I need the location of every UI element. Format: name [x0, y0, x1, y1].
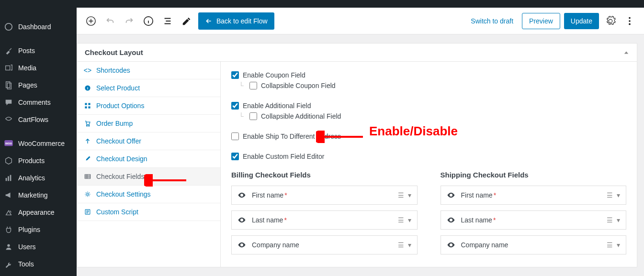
pin-icon — [4, 46, 13, 55]
panel-subnav: <>Shortcodes iSelect Product Product Opt… — [77, 62, 221, 267]
code-icon: <> — [84, 66, 91, 74]
chevron-down-icon[interactable]: ▾ — [408, 216, 411, 224]
svg-point-37 — [450, 195, 452, 196]
sidebar-item-woocommerce[interactable]: woo WooCommerce — [0, 135, 77, 152]
chevron-down-icon[interactable]: ▾ — [617, 216, 620, 224]
update-button[interactable]: Update — [564, 13, 599, 29]
eye-icon — [237, 191, 246, 199]
svg-point-34 — [241, 195, 243, 196]
enable-ship-diff-row: Enable Ship To Different Address — [231, 132, 626, 140]
menu-icon[interactable]: ☰ — [607, 216, 613, 224]
sidebar-label: Plugins — [18, 226, 40, 233]
subnav-product-options[interactable]: Product Options — [77, 97, 220, 115]
svg-point-9 — [7, 244, 10, 247]
enable-custom-editor-checkbox[interactable] — [231, 153, 239, 160]
svg-point-38 — [450, 220, 452, 221]
sidebar-item-pages[interactable]: Pages — [0, 77, 77, 94]
sidebar-label: Comments — [18, 99, 51, 106]
subnav-shortcodes[interactable]: <>Shortcodes — [77, 62, 220, 79]
cart-icon — [84, 120, 91, 127]
collapse-icon[interactable] — [623, 50, 629, 55]
enable-ship-diff-checkbox[interactable] — [231, 132, 239, 140]
sidebar-item-settings[interactable]: Settings — [0, 273, 77, 276]
outline-button[interactable] — [160, 13, 175, 29]
chevron-down-icon[interactable]: ▾ — [408, 191, 411, 199]
sidebar-item-cartflows[interactable]: CartFlows — [0, 111, 77, 128]
sidebar-item-comments[interactable]: Comments — [0, 94, 77, 111]
sidebar-label: Appearance — [18, 209, 55, 216]
billing-field-row[interactable]: First name* ☰▾ — [231, 186, 418, 205]
svg-point-35 — [241, 220, 243, 221]
svg-rect-8 — [10, 175, 11, 181]
subnav-checkout-settings[interactable]: Checkout Settings — [77, 186, 220, 203]
main-area: Back to edit Flow Switch to draft Previe… — [77, 0, 644, 276]
sidebar-item-plugins[interactable]: Plugins — [0, 221, 77, 238]
sidebar-label: WooCommerce — [18, 140, 65, 147]
add-block-button[interactable] — [83, 13, 99, 29]
preview-button[interactable]: Preview — [522, 13, 560, 29]
chevron-down-icon[interactable]: ▾ — [617, 241, 620, 249]
menu-icon[interactable]: ☰ — [607, 241, 613, 249]
chevron-down-icon[interactable]: ▾ — [617, 191, 620, 199]
switch-to-draft-button[interactable]: Switch to draft — [466, 17, 518, 25]
cartflows-icon — [4, 115, 13, 124]
billing-field-row[interactable]: Last name* ☰▾ — [231, 210, 418, 230]
svg-rect-26 — [88, 106, 90, 108]
svg-rect-2 — [6, 82, 10, 88]
svg-rect-23 — [85, 103, 87, 105]
svg-point-39 — [450, 244, 452, 246]
sidebar-label: Posts — [18, 47, 35, 55]
sidebar-item-products[interactable]: Products — [0, 152, 77, 169]
sidebar-item-appearance[interactable]: Appearance — [0, 204, 77, 221]
chevron-down-icon[interactable]: ▾ — [408, 241, 411, 249]
subnav-select-product[interactable]: iSelect Product — [77, 79, 220, 97]
shipping-field-row[interactable]: First name* ☰▾ — [441, 186, 627, 205]
info-button[interactable] — [141, 13, 156, 29]
media-icon — [4, 63, 13, 73]
menu-icon[interactable]: ☰ — [398, 216, 404, 224]
edit-button[interactable] — [179, 13, 194, 29]
comment-icon — [4, 98, 13, 107]
pages-icon — [4, 80, 13, 90]
subnav-order-bump[interactable]: Order Bump — [77, 115, 220, 132]
subnav-checkout-fields[interactable]: Checkout Fields — [77, 168, 220, 186]
svg-point-19 — [629, 20, 631, 22]
svg-point-36 — [241, 244, 243, 246]
menu-icon[interactable]: ☰ — [398, 191, 404, 199]
back-label: Back to edit Flow — [216, 17, 268, 25]
sidebar-label: CartFlows — [18, 116, 48, 123]
shipping-field-row[interactable]: Last name* ☰▾ — [441, 210, 627, 230]
subnav-checkout-offer[interactable]: Checkout Offer — [77, 132, 220, 150]
eye-icon — [447, 216, 455, 224]
svg-rect-25 — [85, 106, 87, 108]
sidebar-item-media[interactable]: Media — [0, 59, 77, 77]
sidebar-item-users[interactable]: Users — [0, 238, 77, 255]
sidebar-item-posts[interactable]: Posts — [0, 42, 77, 59]
collapsible-additional-checkbox[interactable] — [249, 112, 257, 120]
eye-icon — [237, 241, 246, 249]
subnav-custom-script[interactable]: Custom Script — [77, 203, 220, 221]
table-icon — [84, 173, 91, 180]
grid-icon — [84, 102, 91, 110]
enable-additional-checkbox[interactable] — [231, 102, 239, 110]
billing-field-row[interactable]: Company name ☰▾ — [231, 235, 418, 254]
settings-gear-button[interactable] — [603, 13, 618, 29]
undo-button[interactable] — [102, 13, 118, 29]
shipping-field-row[interactable]: Company name ☰▾ — [441, 235, 627, 254]
menu-icon[interactable]: ☰ — [607, 191, 613, 199]
menu-icon[interactable]: ☰ — [398, 241, 404, 249]
sidebar-item-analytics[interactable]: Analytics — [0, 169, 77, 187]
svg-rect-24 — [88, 103, 90, 105]
back-to-flow-button[interactable]: Back to edit Flow — [198, 12, 274, 30]
enable-coupon-checkbox[interactable] — [231, 71, 239, 79]
sidebar-item-dashboard[interactable]: Dashboard — [0, 18, 77, 35]
more-options-button[interactable] — [622, 13, 637, 29]
svg-point-18 — [629, 17, 631, 19]
sidebar-item-tools[interactable]: Tools — [0, 255, 77, 273]
collapsible-coupon-checkbox[interactable] — [249, 82, 257, 89]
svg-point-28 — [89, 125, 90, 126]
sidebar-item-marketing[interactable]: Marketing — [0, 187, 77, 204]
enable-coupon-row: Enable Coupon Field — [231, 71, 626, 79]
redo-button[interactable] — [122, 13, 137, 29]
subnav-checkout-design[interactable]: Checkout Design — [77, 150, 220, 168]
